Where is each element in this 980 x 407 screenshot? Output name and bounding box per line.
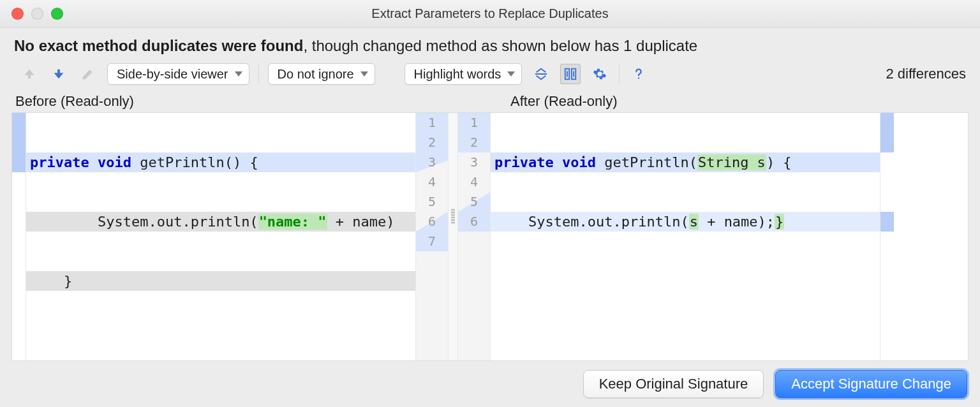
code-text: getPrintln( bbox=[596, 154, 697, 170]
ignore-mode-combo[interactable]: Do not ignore bbox=[268, 63, 375, 85]
info-message-bold: No exact method duplicates were found bbox=[14, 37, 303, 54]
svg-point-3 bbox=[638, 77, 639, 78]
viewer-mode-combo[interactable]: Side-by-side viewer bbox=[107, 63, 249, 85]
sync-scroll-icon[interactable] bbox=[560, 64, 581, 84]
code-text: } bbox=[30, 273, 72, 289]
diff-count: 2 differences bbox=[886, 66, 966, 82]
kw-void: void bbox=[89, 154, 131, 170]
before-code[interactable]: private void getPrintln() { System.out.p… bbox=[26, 113, 415, 360]
minimize-window-button[interactable] bbox=[31, 8, 43, 20]
line-number: 6 bbox=[416, 212, 448, 232]
titlebar: Extract Parameters to Replace Duplicates bbox=[0, 0, 980, 28]
help-icon[interactable] bbox=[628, 64, 649, 84]
info-message-rest: , though changed method as shown below h… bbox=[303, 37, 697, 54]
inserted-text: } bbox=[775, 214, 784, 230]
kw-private: private bbox=[494, 154, 554, 170]
toolbar-separator bbox=[619, 64, 620, 84]
viewer-mode-label: Side-by-side viewer bbox=[117, 67, 228, 82]
zoom-window-button[interactable] bbox=[51, 8, 63, 20]
code-text: ) { bbox=[766, 154, 792, 170]
code-text: + name); bbox=[699, 214, 775, 230]
button-label: Keep Original Signature bbox=[599, 376, 748, 392]
drag-grip-icon bbox=[451, 209, 455, 224]
right-overview-ruler bbox=[880, 113, 894, 360]
after-code[interactable]: private void getPrintln(String s) { Syst… bbox=[491, 113, 880, 360]
chevron-down-icon bbox=[507, 71, 515, 77]
accept-change-button[interactable]: Accept Signature Change bbox=[775, 370, 967, 398]
window-title: Extract Parameters to Replace Duplicates bbox=[0, 6, 980, 21]
diff-view: Before (Read-only) After (Read-only) pri… bbox=[0, 92, 980, 361]
right-gutter: 1 2 3 4 5 6 bbox=[457, 113, 491, 360]
line-number: 6 bbox=[458, 212, 490, 232]
kw-void: void bbox=[554, 154, 596, 170]
line-number: 4 bbox=[458, 172, 490, 192]
line-number: 5 bbox=[416, 192, 448, 212]
keep-original-button[interactable]: Keep Original Signature bbox=[583, 370, 764, 398]
after-label: After (Read-only) bbox=[510, 93, 965, 110]
before-label: Before (Read-only) bbox=[15, 93, 510, 110]
line-number: 1 bbox=[458, 113, 490, 133]
gear-icon[interactable] bbox=[590, 64, 610, 84]
line-number: 1 bbox=[416, 113, 448, 133]
line-number: 5 bbox=[458, 192, 490, 212]
ignore-mode-label: Do not ignore bbox=[278, 67, 354, 82]
left-gutter: 1 2 3 4 5 6 7 bbox=[415, 113, 449, 360]
highlight-mode-label: Highlight words bbox=[414, 67, 501, 82]
chevron-down-icon bbox=[235, 71, 242, 77]
diff-splitter[interactable] bbox=[449, 113, 457, 360]
close-window-button[interactable] bbox=[11, 8, 24, 20]
diff-toolbar: Side-by-side viewer Do not ignore Highli… bbox=[0, 61, 980, 92]
info-message: No exact method duplicates were found, t… bbox=[0, 28, 980, 61]
dialog-buttons: Keep Original Signature Accept Signature… bbox=[0, 361, 980, 398]
inserted-text: String s bbox=[697, 154, 766, 170]
code-text: System.out.println( bbox=[30, 214, 258, 230]
collapse-unchanged-icon[interactable] bbox=[531, 64, 551, 84]
line-number: 2 bbox=[458, 133, 490, 152]
code-text: getPrintln() { bbox=[131, 154, 258, 170]
toolbar-separator bbox=[258, 64, 259, 84]
line-number: 2 bbox=[416, 133, 448, 152]
inserted-text: s bbox=[689, 214, 699, 230]
button-label: Accept Signature Change bbox=[791, 376, 951, 392]
next-diff-icon[interactable] bbox=[48, 64, 69, 84]
code-text: + name) bbox=[327, 214, 395, 230]
window-controls bbox=[0, 8, 63, 20]
prev-diff-icon bbox=[19, 64, 40, 84]
kw-private: private bbox=[30, 154, 89, 170]
chevron-down-icon bbox=[360, 71, 368, 77]
highlight-mode-combo[interactable]: Highlight words bbox=[405, 63, 523, 85]
line-number: 7 bbox=[416, 232, 448, 251]
line-number: 3 bbox=[458, 152, 490, 172]
string-literal: "name: " bbox=[258, 214, 327, 230]
left-overview-ruler bbox=[12, 113, 26, 360]
edit-source-icon bbox=[78, 64, 98, 84]
line-number: 3 bbox=[416, 152, 448, 172]
code-text: System.out.println( bbox=[494, 214, 689, 230]
line-number: 4 bbox=[416, 172, 448, 192]
